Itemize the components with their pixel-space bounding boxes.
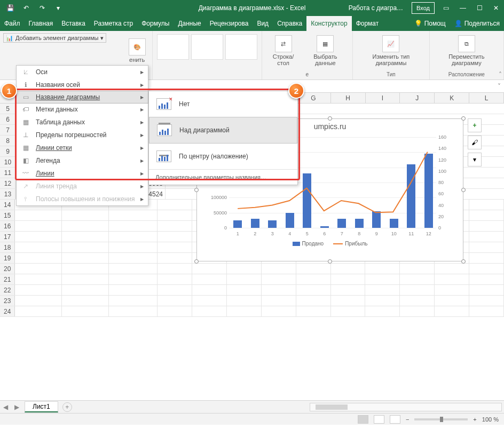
cell[interactable] (62, 285, 109, 295)
resize-handle[interactable] (194, 259, 199, 264)
cell[interactable] (15, 253, 62, 263)
col-header[interactable]: I (366, 93, 400, 103)
row-header[interactable]: 6 (0, 114, 16, 124)
cell[interactable] (400, 264, 435, 274)
add-chart-element-button[interactable]: 📊 Добавить элемент диаграммы ▾ (3, 33, 106, 43)
cell[interactable] (192, 274, 227, 284)
cell[interactable] (400, 274, 435, 284)
collapse-ribbon-icon[interactable]: ˄ (499, 71, 502, 78)
row-header[interactable]: 16 (0, 221, 15, 231)
horizontal-scrollbar[interactable] (310, 403, 502, 411)
style-item[interactable] (191, 34, 223, 60)
cell[interactable] (331, 296, 366, 306)
cell[interactable] (435, 285, 469, 295)
tab-review[interactable]: Рецензирова (206, 16, 253, 31)
menu-legend[interactable]: ◧Легенда▶ (17, 154, 148, 167)
cell[interactable] (296, 296, 331, 306)
chart-legend[interactable]: Продано Прибыль (197, 241, 463, 247)
row-header[interactable]: 23 (0, 296, 15, 306)
cell[interactable] (109, 285, 158, 295)
cell[interactable] (296, 285, 331, 295)
cell[interactable] (469, 296, 504, 306)
cell[interactable] (62, 242, 109, 252)
row-header[interactable]: 11 (0, 168, 16, 178)
cell[interactable] (469, 306, 504, 316)
cell[interactable] (435, 296, 469, 306)
camera-icon[interactable]: ▾ (52, 2, 64, 14)
minimize-icon[interactable]: — (454, 0, 471, 16)
expand-formula-icon[interactable]: ˅ (494, 80, 504, 92)
maximize-icon[interactable]: ☐ (471, 0, 488, 16)
cell[interactable] (15, 296, 62, 306)
cell[interactable] (192, 296, 227, 306)
cell[interactable] (158, 221, 192, 231)
share-button[interactable]: 👤Поделиться (450, 16, 504, 31)
cell[interactable] (469, 285, 504, 295)
cell[interactable] (62, 306, 109, 316)
cell[interactable] (469, 253, 504, 263)
tab-formulas[interactable]: Формулы (137, 16, 174, 31)
redo-icon[interactable]: ↷ (36, 2, 48, 14)
cell[interactable] (158, 242, 192, 252)
cell[interactable] (158, 306, 192, 316)
cell[interactable] (262, 264, 296, 274)
cell[interactable] (435, 274, 469, 284)
chart-styles-gallery[interactable] (156, 33, 258, 61)
cell[interactable] (158, 296, 192, 306)
chart-elements-button[interactable]: + (468, 118, 482, 132)
cell[interactable] (109, 306, 158, 316)
cell[interactable] (435, 264, 469, 274)
tab-help[interactable]: Справка (273, 16, 306, 31)
zoom-in-icon[interactable]: + (473, 416, 476, 423)
cell[interactable] (227, 274, 262, 284)
row-header[interactable]: 13 (0, 189, 16, 199)
switch-rowcol-button[interactable]: ⇄ Строка/стол (265, 33, 302, 68)
cell[interactable] (15, 221, 62, 231)
row-header[interactable]: 18 (0, 242, 15, 252)
chart-filters-button[interactable]: ▾ (468, 153, 482, 166)
row-header[interactable]: 19 (0, 253, 15, 263)
col-header[interactable]: L (469, 93, 504, 103)
cell[interactable] (15, 232, 62, 242)
login-button[interactable]: Вход (412, 2, 435, 14)
cell[interactable] (365, 274, 400, 284)
cell[interactable] (469, 242, 504, 252)
row-header[interactable]: 10 (0, 157, 16, 167)
chart-styles-button[interactable]: 🖌 (468, 136, 482, 149)
change-colors-button[interactable]: 🎨 енить (125, 33, 149, 68)
col-header[interactable]: H (331, 93, 366, 103)
cell[interactable] (227, 264, 262, 274)
col-header[interactable]: K (435, 93, 469, 103)
select-data-button[interactable]: ▦ Выбрать данные (302, 33, 350, 68)
row-header[interactable]: 20 (0, 264, 15, 274)
tab-home[interactable]: Главная (25, 16, 58, 31)
cell[interactable] (331, 306, 366, 316)
cell[interactable] (15, 264, 62, 274)
sheet-nav-next-icon[interactable]: ▶ (11, 403, 22, 411)
cell[interactable] (365, 306, 400, 316)
resize-handle[interactable] (461, 116, 466, 121)
menu-axis-titles[interactable]: ℹНазвания осей▶ (17, 78, 148, 91)
cell[interactable] (435, 306, 469, 316)
cell[interactable] (62, 210, 109, 220)
cell[interactable] (158, 253, 192, 263)
cell[interactable] (62, 264, 109, 274)
style-item[interactable] (157, 34, 189, 60)
row-header[interactable]: 5 (0, 104, 16, 114)
tab-design[interactable]: Конструктор (306, 16, 351, 31)
menu-data-labels[interactable]: 🏷Метки данных▶ (17, 103, 148, 116)
cell[interactable] (469, 210, 504, 220)
cell[interactable] (296, 274, 331, 284)
cell[interactable] (109, 253, 158, 263)
cell[interactable] (365, 264, 400, 274)
menu-chart-title[interactable]: ▭Название диаграммы▶ (16, 91, 148, 104)
style-item[interactable] (225, 34, 257, 60)
cell[interactable] (62, 232, 109, 242)
add-sheet-button[interactable]: + (62, 402, 72, 412)
ribbon-options-icon[interactable]: ▭ (438, 0, 454, 16)
cell[interactable] (400, 285, 435, 295)
cell[interactable] (15, 306, 62, 316)
menu-gridlines[interactable]: ▦Линии сетки▶ (17, 141, 148, 154)
tab-format[interactable]: Формат (352, 16, 383, 31)
menu-axes[interactable]: ⟀Оси▶ (17, 66, 148, 78)
